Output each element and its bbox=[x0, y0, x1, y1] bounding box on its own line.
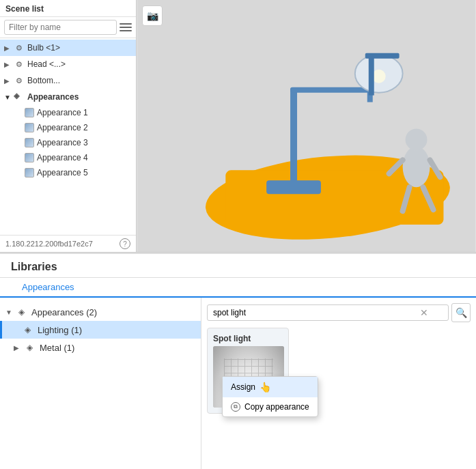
lib-lighting-item[interactable]: ◈ Lighting (1) bbox=[0, 321, 201, 339]
appearances-group-header[interactable]: ▼ ◈ Appearances bbox=[0, 89, 136, 105]
appearance-2-label: Appearance 2 bbox=[37, 123, 88, 132]
search-button[interactable]: 🔍 bbox=[451, 303, 471, 322]
appearance-1-label: Appearance 1 bbox=[37, 108, 88, 117]
appearance-4-item[interactable]: Appearance 4 bbox=[0, 150, 136, 165]
filter-input[interactable] bbox=[4, 20, 117, 35]
svg-rect-5 bbox=[290, 87, 372, 93]
lib-appearances-expand: ▼ bbox=[5, 309, 15, 316]
lib-appearances-group[interactable]: ▼ ◈ Appearances (2) bbox=[0, 303, 201, 321]
scene-panel: Scene list ▶ ⚙ Bulb <1> ▶ ⚙ Head <...> bbox=[0, 0, 137, 252]
viewport-svg bbox=[137, 0, 476, 252]
bottom-label: Bottom... bbox=[27, 76, 132, 85]
version-text: 1.180.2212.200fbd17e2c7 bbox=[5, 240, 93, 248]
appearance-5-label: Appearance 5 bbox=[37, 168, 88, 177]
libraries-title: Libraries bbox=[0, 254, 476, 278]
lib-content: ▼ ◈ Appearances (2) ◈ Lighting (1) ▶ ◈ M… bbox=[0, 298, 476, 469]
assign-label: Assign bbox=[231, 382, 255, 392]
app-5-icon bbox=[25, 168, 34, 177]
lib-tree-panel: ▼ ◈ Appearances (2) ◈ Lighting (1) ▶ ◈ M… bbox=[0, 298, 201, 469]
appearance-1-item[interactable]: Appearance 1 bbox=[0, 105, 136, 120]
head-label: Head <...> bbox=[27, 59, 132, 69]
viewport-camera-btn[interactable]: 📷 bbox=[142, 5, 163, 26]
expand-arrow-head: ▶ bbox=[4, 61, 14, 68]
menu-line-1 bbox=[120, 23, 132, 25]
svg-point-10 bbox=[406, 128, 428, 150]
copy-label: Copy appearance bbox=[244, 402, 309, 412]
menu-line-2 bbox=[120, 27, 132, 28]
menu-line-3 bbox=[120, 30, 132, 31]
cursor-icon: 👆 bbox=[260, 382, 271, 393]
copy-icon: ⧉ bbox=[231, 402, 240, 412]
appearances-group: ▼ ◈ Appearances Appearance 1 Appearance … bbox=[0, 89, 136, 180]
svg-point-9 bbox=[403, 146, 430, 187]
scene-item-bottom[interactable]: ▶ ⚙ Bottom... bbox=[0, 72, 136, 89]
filter-menu-icon[interactable] bbox=[120, 21, 132, 33]
bulb-icon: ⚙ bbox=[14, 42, 25, 53]
material-title: Spot light bbox=[213, 334, 283, 343]
filter-row bbox=[0, 17, 136, 38]
bulb-label: Bulb <1> bbox=[27, 43, 132, 53]
svg-rect-16 bbox=[365, 53, 400, 59]
appearance-2-item[interactable]: Appearance 2 bbox=[0, 120, 136, 135]
help-icon[interactable]: ? bbox=[120, 238, 130, 249]
search-input[interactable] bbox=[207, 304, 449, 321]
app-1-icon bbox=[25, 108, 34, 117]
appearance-3-label: Appearance 3 bbox=[37, 138, 88, 147]
svg-rect-15 bbox=[369, 55, 374, 96]
expand-arrow-bulb: ▶ bbox=[4, 44, 14, 52]
appearance-3-item[interactable]: Appearance 3 bbox=[0, 135, 136, 150]
expand-arrow-bottom: ▶ bbox=[4, 77, 14, 85]
lib-appearances-label: Appearances (2) bbox=[31, 307, 97, 317]
lib-appearances-icon: ◈ bbox=[15, 306, 27, 318]
bottom-icon: ⚙ bbox=[14, 75, 25, 86]
appearance-4-label: Appearance 4 bbox=[37, 153, 88, 162]
search-wrapper: ✕ bbox=[207, 304, 449, 321]
viewport: 📷 bbox=[137, 0, 476, 252]
app-2-icon bbox=[25, 123, 34, 132]
libraries-section: Libraries Appearances ▼ ◈ Appearances (2… bbox=[0, 253, 476, 469]
appearances-icon: ◈ bbox=[14, 91, 25, 102]
version-bar: 1.180.2212.200fbd17e2c7 ? bbox=[0, 235, 136, 252]
lib-right-panel: ✕ 🔍 Spot light Assign 👆 bbox=[201, 298, 476, 469]
lib-lighting-label: Lighting (1) bbox=[38, 325, 82, 335]
search-clear-icon[interactable]: ✕ bbox=[420, 307, 428, 318]
lib-metal-item[interactable]: ▶ ◈ Metal (1) bbox=[0, 339, 201, 356]
context-menu-copy[interactable]: ⧉ Copy appearance bbox=[223, 397, 318, 416]
lib-tabs: Appearances bbox=[0, 278, 476, 298]
appearances-expand-arrow: ▼ bbox=[4, 94, 14, 101]
scene-item-bulb[interactable]: ▶ ⚙ Bulb <1> bbox=[0, 40, 136, 56]
appearances-group-label: Appearances bbox=[27, 92, 79, 102]
lib-metal-icon: ◈ bbox=[23, 341, 36, 354]
head-icon: ⚙ bbox=[14, 59, 25, 70]
lib-lighting-icon: ◈ bbox=[21, 324, 33, 336]
scene-tree: ▶ ⚙ Bulb <1> ▶ ⚙ Head <...> ▶ ⚙ Bottom..… bbox=[0, 38, 136, 235]
scene-item-head[interactable]: ▶ ⚙ Head <...> bbox=[0, 56, 136, 72]
search-icon: 🔍 bbox=[456, 307, 467, 318]
app-4-icon bbox=[25, 153, 34, 162]
context-menu-assign[interactable]: Assign 👆 bbox=[223, 377, 318, 397]
lib-metal-expand: ▶ bbox=[14, 344, 23, 352]
search-row: ✕ 🔍 bbox=[207, 303, 471, 322]
tab-appearances[interactable]: Appearances bbox=[11, 278, 85, 298]
camera-icon: 📷 bbox=[147, 10, 158, 21]
appearance-5-item[interactable]: Appearance 5 bbox=[0, 165, 136, 180]
scene-panel-title: Scene list bbox=[0, 0, 136, 17]
svg-rect-4 bbox=[290, 89, 297, 184]
app-3-icon bbox=[25, 138, 34, 147]
context-menu: Assign 👆 ⧉ Copy appearance bbox=[222, 376, 318, 417]
lib-metal-label: Metal (1) bbox=[40, 343, 74, 353]
